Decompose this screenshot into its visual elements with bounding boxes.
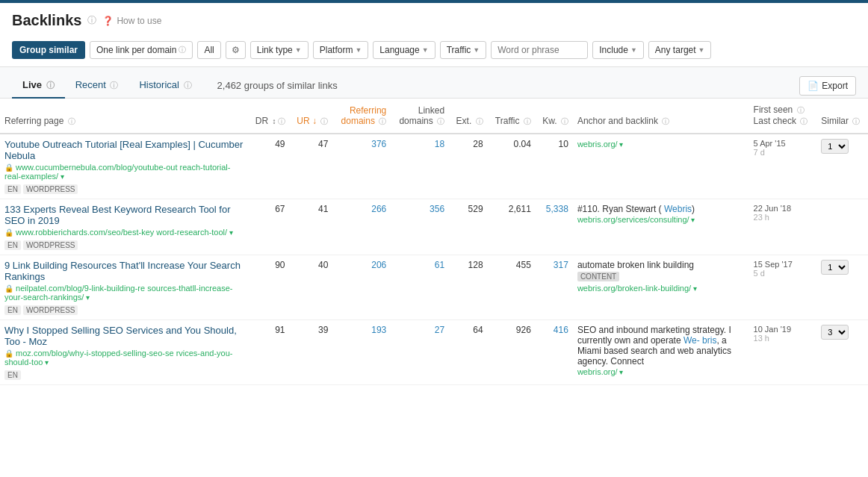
anchor-backlink-cell: automate broken link buildingCONTENTwebr… [573,255,749,320]
anchor-label-badge: CONTENT [577,272,619,281]
badge: WORDPRESS [23,240,78,250]
dr-value: 67 [248,199,289,255]
chevron-down-icon: ▼ [473,46,480,54]
export-button[interactable]: 📄 Export [799,76,856,96]
backlink-url[interactable]: webris.org/broken-link-building/ [577,284,691,293]
linked-domains-value[interactable]: 61 [391,255,449,320]
backlink-dropdown-icon[interactable]: ▾ [618,368,624,376]
col-anchor-backlink: Anchor and backlink ⓘ [573,99,749,134]
ur-value: 40 [290,255,333,320]
chevron-down-icon: ▼ [630,46,637,54]
badge-container: ENWORDPRESS [4,184,244,194]
first-seen: 10 Jan '19 [754,325,813,334]
linked-domains-value[interactable]: 27 [391,320,449,385]
col-dr[interactable]: DR ↕ⓘ [248,99,289,134]
anchor-text: automate broken link building [577,260,694,270]
tab-recent[interactable]: Recent ⓘ [65,73,129,99]
ur-value: 39 [290,320,333,385]
page-url: 🔒 moz.com/blog/why-i-stopped-selling-seo… [4,349,244,367]
last-check: 5 d [754,269,813,278]
page-title-link[interactable]: Youtube Outreach Tutorial [Real Examples… [4,139,243,161]
backlink-dropdown-icon[interactable]: ▾ [691,284,697,293]
ext-value: 28 [449,134,487,199]
table-row: Why I Stopped Selling SEO Services and Y… [0,320,868,385]
chevron-down-icon: ▼ [355,46,362,54]
similar-cell: 1 [816,134,868,199]
linked-domains-value[interactable]: 18 [391,134,449,199]
col-ext: Ext. ⓘ [449,99,487,134]
last-check: 23 h [754,213,813,222]
col-similar: Similar ⓘ [816,99,868,134]
backlinks-table-container: Referring page ⓘ DR ↕ⓘ UR ↓ ⓘ Referringd… [0,99,868,385]
backlink-url[interactable]: webris.org/ [577,367,618,376]
badge: WORDPRESS [23,184,78,194]
similar-cell [816,199,868,255]
date-cell: 15 Sep '175 d [749,255,817,320]
page-title-link[interactable]: 133 Experts Reveal Best Keyword Research… [4,204,231,226]
traffic-dropdown[interactable]: Traffic ▼ [440,41,487,59]
include-dropdown[interactable]: Include ▼ [592,41,644,59]
similar-select[interactable]: 3 [821,325,849,340]
date-cell: 22 Jun '1823 h [749,199,817,255]
group-similar-button[interactable]: Group similar [12,41,85,59]
last-check: 7 d [754,148,813,157]
referring-page-cell: Youtube Outreach Tutorial [Real Examples… [0,134,248,199]
first-seen: 5 Apr '15 [754,139,813,148]
similar-select[interactable]: 1 [821,139,849,154]
table-row: 9 Link Building Resources That'll Increa… [0,255,868,320]
url-link[interactable]: www.cucumbernebula.com/blog/youtube-out … [4,163,230,181]
export-icon: 📄 [807,81,819,91]
linked-domains-value[interactable]: 356 [391,199,449,255]
url-link[interactable]: www.robbierichards.com/seo/best-key word… [13,228,227,237]
url-link[interactable]: moz.com/blog/why-i-stopped-selling-seo-s… [4,349,232,367]
referring-domains-value[interactable]: 193 [332,320,391,385]
lock-icon: 🔒 [4,349,13,358]
referring-domains-value[interactable]: 376 [332,134,391,199]
any-target-dropdown[interactable]: Any target ▼ [648,41,712,59]
anchor-text: #110. Ryan Stewart ( Webris) [577,204,695,214]
backlink-dropdown-icon[interactable]: ▾ [618,140,624,149]
col-referring-domains[interactable]: Referringdomains ⓘ [332,99,391,134]
backlink-dropdown-icon[interactable]: ▾ [689,216,695,224]
url-dropdown-icon[interactable]: ▾ [84,293,90,302]
dr-value: 49 [248,134,289,199]
backlink-url[interactable]: webris.org/ [577,140,618,149]
col-traffic: Traffic ⓘ [488,99,536,134]
url-dropdown-icon[interactable]: ▾ [227,228,233,237]
last-check: 13 h [754,334,813,343]
kw-value: 10 [536,134,573,199]
all-button[interactable]: All [197,41,220,59]
settings-icon-button[interactable]: ⚙ [226,41,246,59]
url-dropdown-icon[interactable]: ▾ [43,358,49,367]
page-title-link[interactable]: Why I Stopped Selling SEO Services and Y… [4,325,237,347]
anchor-inline-link[interactable]: Webris [664,204,692,214]
anchor-inline-link[interactable]: We- bris [683,335,716,346]
ur-value: 41 [290,199,333,255]
col-kw: Kw. ⓘ [536,99,573,134]
toolbar: Group similar One link per domain ⓘ All … [12,37,856,66]
url-dropdown-icon[interactable]: ▾ [58,172,64,181]
platform-dropdown[interactable]: Platform ▼ [313,41,369,59]
one-link-per-domain-button[interactable]: One link per domain ⓘ [90,41,193,59]
language-dropdown[interactable]: Language ▼ [373,41,435,59]
tab-live[interactable]: Live ⓘ [12,73,65,99]
badge-container: EN [4,370,244,380]
url-link[interactable]: neilpatel.com/blog/9-link-building-re so… [4,284,232,302]
tab-historical[interactable]: Historical ⓘ [128,73,202,99]
link-type-dropdown[interactable]: Link type ▼ [250,41,309,59]
ext-value: 529 [449,199,487,255]
tab-recent-info: ⓘ [110,81,118,90]
backlink-url[interactable]: webris.org/services/consulting/ [577,215,689,224]
tab-live-info: ⓘ [46,81,55,90]
referring-domains-value[interactable]: 266 [332,199,391,255]
word-phrase-input[interactable] [491,41,588,59]
info-icon: ⓘ [179,45,186,55]
page-title-link[interactable]: 9 Link Building Resources That'll Increa… [4,260,241,282]
badge: EN [4,305,21,315]
referring-domains-value[interactable]: 206 [332,255,391,320]
similar-select[interactable]: 1 [821,260,849,275]
referring-page-cell: 9 Link Building Resources That'll Increa… [0,255,248,320]
how-to-use-link[interactable]: ❓ How to use [102,16,161,26]
backlinks-table: Referring page ⓘ DR ↕ⓘ UR ↓ ⓘ Referringd… [0,99,868,385]
col-ur[interactable]: UR ↓ ⓘ [290,99,333,134]
